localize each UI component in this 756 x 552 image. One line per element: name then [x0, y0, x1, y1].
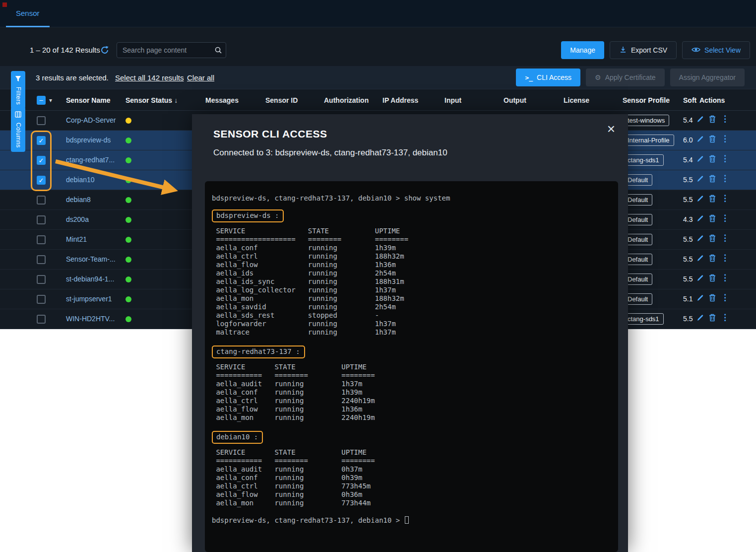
- sensor-name-link[interactable]: ds200a: [66, 215, 89, 223]
- column-header-ip-address[interactable]: IP Address: [382, 90, 418, 111]
- tab-sensor[interactable]: Sensor: [6, 0, 50, 27]
- sensor-profile-chip[interactable]: Internal-Profile: [623, 135, 674, 146]
- delete-trash-icon[interactable]: [709, 274, 716, 282]
- edit-pencil-icon[interactable]: [696, 314, 704, 322]
- column-header-authorization[interactable]: Authorization: [324, 90, 369, 111]
- close-icon[interactable]: ×: [607, 121, 615, 137]
- sensor-profile-chip[interactable]: ctang-sds1: [623, 154, 664, 166]
- terminal-service-table: SERVICE STATE UPTIME =========== =======…: [212, 363, 610, 422]
- more-actions-kebab-icon[interactable]: ⋮: [721, 314, 729, 322]
- top-navbar: Sensor: [0, 0, 756, 27]
- edit-pencil-icon[interactable]: [696, 175, 704, 183]
- delete-trash-icon[interactable]: [709, 254, 716, 262]
- edit-pencil-icon[interactable]: [696, 136, 704, 143]
- edit-pencil-icon[interactable]: [696, 235, 704, 242]
- delete-trash-icon[interactable]: [709, 135, 716, 143]
- columns-grid-icon: [15, 111, 21, 120]
- more-actions-kebab-icon[interactable]: ⋮: [721, 175, 729, 183]
- edit-pencil-icon[interactable]: [696, 255, 704, 262]
- row-checkbox[interactable]: [37, 315, 46, 324]
- sidebar-tab-filters[interactable]: Filters: [11, 71, 25, 109]
- edit-pencil-icon[interactable]: [696, 116, 704, 123]
- more-actions-kebab-icon[interactable]: ⋮: [721, 214, 729, 222]
- sensor-name-link[interactable]: debian8: [66, 196, 91, 204]
- assign-aggregator-button[interactable]: Assign Aggregator: [670, 69, 745, 86]
- column-header-actions[interactable]: Actions: [699, 90, 725, 111]
- sensor-name-link[interactable]: bdspreview-ds: [66, 136, 111, 144]
- edit-pencil-icon[interactable]: [696, 275, 704, 282]
- checkbox-menu-caret-icon[interactable]: ▾: [49, 90, 52, 111]
- delete-trash-icon[interactable]: [709, 115, 716, 123]
- search-input[interactable]: [117, 42, 226, 58]
- delete-trash-icon[interactable]: [709, 314, 716, 322]
- row-checkbox[interactable]: [37, 295, 46, 304]
- terminal[interactable]: bdspreview-ds, ctang-redhat73-137, debia…: [205, 181, 618, 552]
- delete-trash-icon[interactable]: [709, 294, 716, 302]
- select-all-link[interactable]: Select all 142 results: [115, 66, 184, 89]
- more-actions-kebab-icon[interactable]: ⋮: [721, 135, 729, 143]
- delete-trash-icon[interactable]: [709, 175, 716, 183]
- row-checkbox[interactable]: ✓: [37, 136, 46, 145]
- row-checkbox[interactable]: ✓: [37, 156, 46, 165]
- sensor-profile-chip[interactable]: test-windows: [623, 115, 669, 126]
- more-actions-kebab-icon[interactable]: ⋮: [721, 195, 729, 203]
- edit-pencil-icon[interactable]: [696, 195, 704, 203]
- row-actions: ⋮: [696, 274, 729, 282]
- select-all-checkbox[interactable]: –: [37, 96, 46, 105]
- delete-trash-icon[interactable]: [709, 214, 716, 222]
- tab-sensor-label: Sensor: [16, 9, 40, 17]
- row-checkbox[interactable]: [37, 235, 46, 244]
- row-checkbox[interactable]: [37, 255, 46, 264]
- sensor-name-link[interactable]: st-debian94-1...: [66, 275, 114, 283]
- results-toolbar: 1 – 20 of 142 Results Manage: [0, 41, 756, 59]
- sidebar-tab-columns[interactable]: Columns: [11, 107, 25, 152]
- more-actions-kebab-icon[interactable]: ⋮: [721, 115, 729, 123]
- software-version: 5.1: [683, 295, 693, 303]
- sensor-name-link[interactable]: debian10: [66, 176, 95, 184]
- terminal-command-line: bdspreview-ds, ctang-redhat73-137, debia…: [212, 194, 610, 203]
- sensor-name-link[interactable]: ctang-redhat7...: [66, 156, 115, 164]
- apply-certificate-button[interactable]: ⚙ Apply Certificate: [586, 69, 665, 86]
- sensor-profile-chip[interactable]: ctang-sds1: [623, 313, 664, 325]
- sensor-name-link[interactable]: Sensor-Team-...: [66, 255, 116, 263]
- row-checkbox[interactable]: ✓: [37, 176, 46, 185]
- more-actions-kebab-icon[interactable]: ⋮: [721, 234, 729, 242]
- more-actions-kebab-icon[interactable]: ⋮: [721, 155, 729, 163]
- sensor-name-link[interactable]: Corp-AD-Server: [66, 116, 116, 124]
- manage-button[interactable]: Manage: [561, 41, 604, 59]
- select-view-label: Select View: [704, 46, 741, 54]
- row-actions: ⋮: [696, 314, 729, 322]
- edit-pencil-icon[interactable]: [696, 294, 704, 302]
- export-csv-button[interactable]: Export CSV: [610, 41, 677, 59]
- edit-pencil-icon[interactable]: [696, 155, 704, 163]
- delete-trash-icon[interactable]: [709, 195, 716, 203]
- more-actions-kebab-icon[interactable]: ⋮: [721, 274, 729, 282]
- row-checkbox[interactable]: [37, 215, 46, 224]
- sensor-name-link[interactable]: st-jumpserver1: [66, 295, 112, 303]
- column-header-soft[interactable]: Soft: [683, 90, 696, 111]
- column-header-sensor-profile[interactable]: Sensor Profile: [623, 90, 670, 111]
- column-header-input[interactable]: Input: [444, 90, 461, 111]
- more-actions-kebab-icon[interactable]: ⋮: [721, 254, 729, 262]
- sensor-name-link[interactable]: Mint21: [66, 235, 87, 243]
- column-header-sensor-name[interactable]: Sensor Name: [66, 90, 110, 111]
- cli-access-button[interactable]: >_ CLI Access: [516, 69, 580, 86]
- delete-trash-icon[interactable]: [709, 234, 716, 242]
- column-header-output[interactable]: Output: [504, 90, 526, 111]
- row-checkbox[interactable]: [37, 116, 46, 125]
- sensor-name-link[interactable]: WIN-HD2HTV...: [66, 315, 115, 323]
- column-header-sensor-status[interactable]: Sensor Status↓: [126, 90, 178, 111]
- delete-trash-icon[interactable]: [709, 155, 716, 163]
- column-header-sensor-id[interactable]: Sensor ID: [265, 90, 298, 111]
- select-view-button[interactable]: Select View: [682, 41, 750, 59]
- clear-all-link[interactable]: Clear all: [187, 66, 214, 89]
- edit-pencil-icon[interactable]: [696, 215, 704, 222]
- more-actions-kebab-icon[interactable]: ⋮: [721, 294, 729, 302]
- software-version: 5.5: [683, 255, 693, 263]
- row-checkbox[interactable]: [37, 196, 46, 205]
- sort-desc-icon[interactable]: ↓: [174, 96, 178, 104]
- column-header-license[interactable]: License: [564, 90, 589, 111]
- column-header-messages[interactable]: Messages: [205, 90, 239, 111]
- row-checkbox[interactable]: [37, 275, 46, 284]
- refresh-button[interactable]: [100, 46, 109, 57]
